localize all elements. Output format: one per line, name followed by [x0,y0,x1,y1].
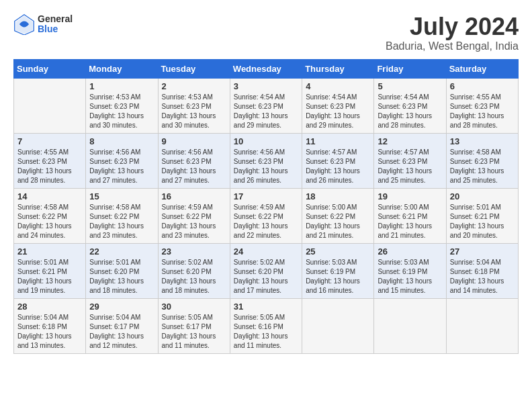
day-number: 18 [306,191,370,201]
day-info: Sunrise: 4:58 AM Sunset: 6:23 PM Dayligh… [450,148,515,185]
calendar-day-cell: 8Sunrise: 4:56 AM Sunset: 6:23 PM Daylig… [86,133,158,188]
weekday-header-cell: Friday [374,59,446,78]
day-info: Sunrise: 4:56 AM Sunset: 6:23 PM Dayligh… [89,148,154,185]
logo-icon [13,13,35,35]
calendar-day-cell: 7Sunrise: 4:55 AM Sunset: 6:23 PM Daylig… [14,133,86,188]
day-info: Sunrise: 4:58 AM Sunset: 6:22 PM Dayligh… [17,203,82,240]
logo: General Blue [13,13,73,35]
day-number: 23 [162,246,226,257]
day-number: 8 [89,136,154,146]
day-info: Sunrise: 5:03 AM Sunset: 6:19 PM Dayligh… [306,258,370,295]
logo-general: General [38,14,73,24]
day-info: Sunrise: 4:54 AM Sunset: 6:23 PM Dayligh… [234,93,298,130]
calendar-day-cell: 23Sunrise: 5:02 AM Sunset: 6:20 PM Dayli… [158,243,230,298]
day-number: 22 [89,246,154,257]
calendar-day-cell: 14Sunrise: 4:58 AM Sunset: 6:22 PM Dayli… [14,188,86,243]
calendar-day-cell: 27Sunrise: 5:04 AM Sunset: 6:18 PM Dayli… [446,243,518,298]
day-info: Sunrise: 5:05 AM Sunset: 6:16 PM Dayligh… [234,313,298,351]
logo-blue: Blue [38,24,73,34]
day-number: 29 [89,302,154,312]
day-info: Sunrise: 4:54 AM Sunset: 6:23 PM Dayligh… [306,93,370,130]
day-info: Sunrise: 4:54 AM Sunset: 6:23 PM Dayligh… [378,93,442,130]
calendar-day-cell: 9Sunrise: 4:56 AM Sunset: 6:23 PM Daylig… [158,133,230,188]
day-number: 25 [306,246,370,257]
day-info: Sunrise: 5:01 AM Sunset: 6:21 PM Dayligh… [17,258,82,295]
day-info: Sunrise: 4:57 AM Sunset: 6:23 PM Dayligh… [378,148,442,185]
calendar-week-row: 1Sunrise: 4:53 AM Sunset: 6:23 PM Daylig… [14,78,519,133]
day-info: Sunrise: 4:53 AM Sunset: 6:23 PM Dayligh… [89,93,154,130]
day-info: Sunrise: 5:00 AM Sunset: 6:22 PM Dayligh… [306,203,370,240]
day-info: Sunrise: 5:01 AM Sunset: 6:21 PM Dayligh… [450,203,515,240]
weekday-header-cell: Sunday [14,59,86,78]
weekday-header-cell: Thursday [302,59,374,78]
day-info: Sunrise: 4:55 AM Sunset: 6:23 PM Dayligh… [17,148,82,185]
day-info: Sunrise: 4:59 AM Sunset: 6:22 PM Dayligh… [162,203,226,240]
day-info: Sunrise: 5:00 AM Sunset: 6:21 PM Dayligh… [378,203,442,240]
month-year-title: July 2024 [386,13,519,40]
day-number: 21 [17,246,82,257]
day-info: Sunrise: 4:56 AM Sunset: 6:23 PM Dayligh… [234,148,298,185]
day-number: 3 [234,81,298,91]
day-number: 9 [162,136,226,146]
calendar-body: 1Sunrise: 4:53 AM Sunset: 6:23 PM Daylig… [14,78,519,353]
calendar-day-cell: 11Sunrise: 4:57 AM Sunset: 6:23 PM Dayli… [302,133,374,188]
calendar-week-row: 14Sunrise: 4:58 AM Sunset: 6:22 PM Dayli… [14,188,519,243]
day-info: Sunrise: 5:01 AM Sunset: 6:20 PM Dayligh… [89,258,154,295]
calendar-day-cell: 21Sunrise: 5:01 AM Sunset: 6:21 PM Dayli… [14,243,86,298]
calendar-day-cell: 2Sunrise: 4:53 AM Sunset: 6:23 PM Daylig… [158,78,230,133]
calendar-day-cell: 31Sunrise: 5:05 AM Sunset: 6:16 PM Dayli… [230,298,302,353]
day-info: Sunrise: 5:03 AM Sunset: 6:19 PM Dayligh… [378,258,442,295]
calendar-day-cell: 29Sunrise: 5:04 AM Sunset: 6:17 PM Dayli… [86,298,158,353]
day-number: 17 [234,191,298,201]
day-info: Sunrise: 5:02 AM Sunset: 6:20 PM Dayligh… [162,258,226,295]
calendar-week-row: 28Sunrise: 5:04 AM Sunset: 6:18 PM Dayli… [14,298,519,353]
calendar-table: SundayMondayTuesdayWednesdayThursdayFrid… [13,59,519,354]
weekday-header-row: SundayMondayTuesdayWednesdayThursdayFrid… [14,59,519,78]
day-info: Sunrise: 5:02 AM Sunset: 6:20 PM Dayligh… [234,258,298,295]
day-number: 13 [450,136,515,146]
day-number: 14 [17,191,82,201]
calendar-day-cell: 20Sunrise: 5:01 AM Sunset: 6:21 PM Dayli… [446,188,518,243]
calendar-day-cell: 24Sunrise: 5:02 AM Sunset: 6:20 PM Dayli… [230,243,302,298]
calendar-day-cell [374,298,446,353]
calendar-day-cell: 3Sunrise: 4:54 AM Sunset: 6:23 PM Daylig… [230,78,302,133]
day-number: 5 [378,81,442,91]
day-number: 19 [378,191,442,201]
calendar-week-row: 21Sunrise: 5:01 AM Sunset: 6:21 PM Dayli… [14,243,519,298]
day-number: 28 [17,302,82,312]
calendar-day-cell: 17Sunrise: 4:59 AM Sunset: 6:22 PM Dayli… [230,188,302,243]
calendar-day-cell [446,298,518,353]
calendar-day-cell: 25Sunrise: 5:03 AM Sunset: 6:19 PM Dayli… [302,243,374,298]
day-number: 4 [306,81,370,91]
calendar-day-cell: 1Sunrise: 4:53 AM Sunset: 6:23 PM Daylig… [86,78,158,133]
day-info: Sunrise: 4:57 AM Sunset: 6:23 PM Dayligh… [306,148,370,185]
day-info: Sunrise: 4:59 AM Sunset: 6:22 PM Dayligh… [234,203,298,240]
calendar-day-cell [14,78,86,133]
calendar-day-cell: 4Sunrise: 4:54 AM Sunset: 6:23 PM Daylig… [302,78,374,133]
day-number: 15 [89,191,154,201]
day-info: Sunrise: 4:55 AM Sunset: 6:23 PM Dayligh… [450,93,515,130]
weekday-header-cell: Wednesday [230,59,302,78]
calendar-day-cell: 22Sunrise: 5:01 AM Sunset: 6:20 PM Dayli… [86,243,158,298]
weekday-header-cell: Monday [86,59,158,78]
day-number: 20 [450,191,515,201]
day-info: Sunrise: 4:58 AM Sunset: 6:22 PM Dayligh… [89,203,154,240]
calendar-day-cell [302,298,374,353]
calendar-day-cell: 13Sunrise: 4:58 AM Sunset: 6:23 PM Dayli… [446,133,518,188]
day-number: 11 [306,136,370,146]
weekday-header-cell: Tuesday [158,59,230,78]
day-info: Sunrise: 4:53 AM Sunset: 6:23 PM Dayligh… [162,93,226,130]
calendar-day-cell: 5Sunrise: 4:54 AM Sunset: 6:23 PM Daylig… [374,78,446,133]
day-info: Sunrise: 5:04 AM Sunset: 6:17 PM Dayligh… [89,313,154,351]
day-number: 10 [234,136,298,146]
calendar-day-cell: 19Sunrise: 5:00 AM Sunset: 6:21 PM Dayli… [374,188,446,243]
calendar-day-cell: 12Sunrise: 4:57 AM Sunset: 6:23 PM Dayli… [374,133,446,188]
calendar-day-cell: 18Sunrise: 5:00 AM Sunset: 6:22 PM Dayli… [302,188,374,243]
day-number: 30 [162,302,226,312]
calendar-day-cell: 30Sunrise: 5:05 AM Sunset: 6:17 PM Dayli… [158,298,230,353]
day-info: Sunrise: 4:56 AM Sunset: 6:23 PM Dayligh… [162,148,226,185]
day-number: 6 [450,81,515,91]
day-number: 12 [378,136,442,146]
calendar-day-cell: 16Sunrise: 4:59 AM Sunset: 6:22 PM Dayli… [158,188,230,243]
title-block: July 2024 Baduria, West Bengal, India [386,13,519,52]
